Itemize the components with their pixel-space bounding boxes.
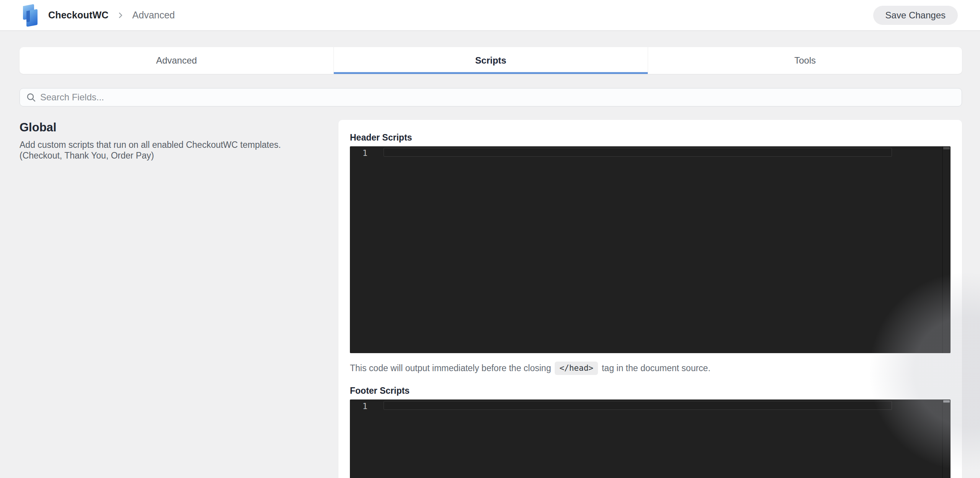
editor-scrollbar-track (942, 399, 943, 478)
header-scripts-field: Header Scripts 1 This code will output i… (350, 133, 951, 375)
footer-scripts-field: Footer Scripts 1 (350, 386, 951, 478)
active-line-highlight (384, 148, 892, 157)
editor-scrollbar-track (942, 146, 943, 353)
top-bar: CheckoutWC Advanced Save Changes (0, 0, 980, 31)
settings-tab-bar: Advanced Scripts Tools (20, 47, 962, 74)
help-text-suffix: tag in the document source. (602, 363, 710, 373)
scripts-settings-card: Header Scripts 1 This code will output i… (338, 120, 962, 478)
header-scripts-label: Header Scripts (350, 133, 951, 143)
editor-scrollbar-thumb[interactable] (943, 147, 950, 149)
section-title: Global (20, 121, 326, 134)
brand-name: CheckoutWC (48, 10, 109, 21)
tab-tools[interactable]: Tools (648, 47, 962, 74)
section-info-column: Global Add custom scripts that run on al… (20, 120, 326, 161)
line-number: 1 (350, 402, 368, 411)
checkoutwc-logo-icon (20, 4, 41, 27)
footer-scripts-label: Footer Scripts (350, 386, 951, 396)
header-scripts-code-editor[interactable]: 1 (350, 146, 951, 353)
section-description: Add custom scripts that run on all enabl… (20, 139, 326, 161)
footer-scripts-code-editor[interactable]: 1 (350, 399, 951, 478)
magnifier-icon (26, 92, 36, 103)
settings-content: Global Add custom scripts that run on al… (20, 120, 962, 478)
tab-advanced[interactable]: Advanced (20, 47, 333, 74)
search-fields-bar[interactable] (20, 88, 962, 106)
active-line-highlight (384, 401, 892, 410)
head-tag-code-chip: </head> (555, 362, 598, 375)
editor-scrollbar-thumb[interactable] (943, 400, 950, 403)
help-text-prefix: This code will output immediately before… (350, 363, 551, 373)
save-changes-button[interactable]: Save Changes (873, 6, 958, 25)
breadcrumb-current-page: Advanced (132, 10, 175, 21)
search-fields-input[interactable] (40, 92, 956, 103)
chevron-right-icon (117, 12, 124, 19)
line-number: 1 (350, 149, 368, 158)
header-scripts-help-text: This code will output immediately before… (350, 362, 951, 375)
tab-scripts[interactable]: Scripts (333, 47, 648, 74)
